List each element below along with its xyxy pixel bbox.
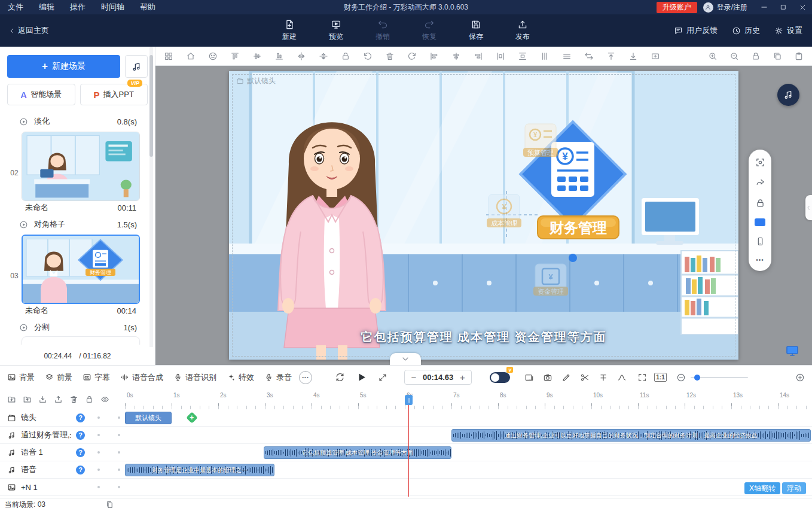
user-avatar-icon[interactable] (703, 2, 713, 13)
help-icon[interactable]: ? (76, 431, 85, 440)
close-button[interactable] (793, 0, 812, 14)
align-bottom-icon[interactable] (274, 51, 284, 61)
scene-thumbnail[interactable] (22, 132, 140, 201)
distribute-h-icon[interactable] (496, 51, 505, 61)
publish-button[interactable]: 发布 (508, 19, 538, 42)
audio-clip[interactable]: 它包括预算管理 成本管理 资金管理等方面 (264, 446, 451, 459)
more-tools-button[interactable]: ••• (299, 371, 312, 384)
float-button[interactable]: 浮动 (782, 482, 806, 494)
lock-icon[interactable] (341, 51, 350, 61)
copy-scene-icon[interactable] (105, 500, 114, 509)
add-scene-marker[interactable]: + (186, 412, 198, 424)
undo-button[interactable]: 撤销 (368, 19, 398, 42)
trash-icon[interactable] (385, 51, 395, 61)
playhead-handle[interactable] (405, 395, 413, 405)
transition-item[interactable]: 对角格子1.5(s) (7, 215, 155, 233)
transition-item[interactable]: 淡化0.8(s) (7, 112, 155, 130)
edit-icon[interactable] (561, 373, 571, 382)
foreground-button[interactable]: 前景 (45, 372, 72, 383)
help-icon[interactable]: ? (76, 448, 85, 457)
align-top-icon[interactable] (230, 51, 240, 61)
record-button[interactable]: 录音 (264, 372, 292, 383)
add-frame-icon[interactable] (524, 373, 534, 382)
smiley-icon[interactable] (208, 51, 218, 61)
help-icon[interactable]: ? (76, 413, 85, 422)
track-lane[interactable]: 财务管理是企业中最基本的管理之一 (123, 461, 812, 478)
subtitle-button[interactable]: 字幕 (83, 372, 110, 383)
scene-music-button[interactable] (777, 84, 799, 106)
flip-x-button[interactable]: X轴翻转 (744, 482, 780, 494)
help-icon[interactable]: ? (76, 466, 85, 474)
scene-item[interactable]: 02未命名00:11 (7, 132, 155, 214)
track-dot[interactable] (118, 486, 120, 488)
redo-button[interactable]: 恢复 (414, 19, 444, 42)
track-lane[interactable]: 通过财务管理,企业可以更好地掌握自己的财务状况，制定合理的财务计划，提高企业的经… (123, 427, 812, 443)
zoom-slider-handle[interactable] (694, 375, 700, 381)
layer-down-icon[interactable] (628, 51, 638, 61)
import-icon[interactable] (38, 395, 47, 404)
play-button[interactable] (356, 372, 367, 383)
color-swatch[interactable] (755, 218, 765, 226)
cut-icon[interactable] (580, 373, 590, 382)
save-button[interactable]: 保存 (461, 19, 491, 42)
maximize-button[interactable] (774, 0, 793, 14)
trash-icon[interactable] (69, 395, 78, 404)
phone-preview-icon[interactable] (755, 236, 765, 247)
track-dot[interactable] (118, 451, 120, 454)
text-style-icon[interactable] (599, 373, 608, 382)
zoom-out-icon[interactable] (729, 51, 739, 61)
grid-icon[interactable] (164, 51, 173, 61)
zoom-in-icon[interactable] (708, 51, 718, 61)
eye-icon[interactable] (100, 395, 109, 404)
space-v-icon[interactable] (562, 51, 572, 61)
track-lane[interactable]: 默认镜头+ (123, 409, 812, 426)
track-dot[interactable] (97, 469, 100, 471)
folder-plus-icon[interactable] (7, 395, 16, 404)
replay-icon[interactable] (335, 372, 345, 382)
menu-item-2[interactable]: 操作 (62, 0, 93, 14)
lock-icon[interactable] (751, 51, 761, 61)
flip-v-icon[interactable] (319, 51, 328, 61)
sidebar-scrollbar[interactable] (149, 47, 153, 361)
settings-button[interactable]: 设置 (774, 25, 802, 36)
home-icon[interactable] (186, 51, 196, 61)
mode-toggle[interactable] (490, 372, 510, 383)
login-register-link[interactable]: 登录/注册 (717, 2, 747, 13)
curve-icon[interactable] (617, 373, 627, 382)
align-right-icon[interactable] (474, 51, 483, 61)
focus-frame-icon[interactable] (755, 157, 765, 168)
track-lane[interactable]: 它包括预算管理 成本管理 资金管理等方面 (123, 444, 812, 461)
space-h-icon[interactable] (540, 51, 550, 61)
feedback-button[interactable]: 用户反馈 (674, 25, 718, 36)
screen-preview-icon[interactable] (785, 343, 799, 358)
zoom-slider[interactable] (691, 377, 748, 378)
folder-up-icon[interactable] (23, 395, 32, 404)
zoom-in-button[interactable] (795, 373, 805, 382)
lock-icon[interactable] (755, 198, 765, 208)
export-icon[interactable] (54, 395, 63, 404)
track-dot[interactable] (97, 434, 100, 436)
lock-icon[interactable] (85, 395, 94, 404)
track-dot[interactable] (118, 469, 120, 471)
transition-item[interactable]: 分割1(s) (7, 318, 155, 336)
smart-scene-button[interactable]: A 智能场景 (7, 84, 75, 105)
scene-music-settings-button[interactable] (125, 55, 148, 78)
audio-clip[interactable]: 财务管理是企业中最基本的管理之一 (125, 464, 274, 476)
paste-icon[interactable] (794, 51, 804, 61)
distribute-v-icon[interactable] (518, 51, 527, 61)
fullscreen-icon[interactable] (378, 373, 387, 382)
track-dot[interactable] (97, 451, 100, 454)
ratio-button[interactable]: 1:1 (654, 373, 666, 382)
zoom-out-button[interactable] (676, 373, 686, 382)
track-lane[interactable] (123, 479, 812, 495)
menu-item-3[interactable]: 时间轴 (93, 0, 132, 14)
new-button[interactable]: 新建 (274, 19, 304, 42)
asr-button[interactable]: 语音识别 (173, 372, 216, 383)
snapshot-icon[interactable] (543, 373, 552, 382)
collapse-panel-handle[interactable] (805, 195, 812, 220)
align-left-icon[interactable] (429, 51, 439, 61)
minimize-button[interactable] (755, 0, 774, 14)
scrollbar-thumb[interactable] (149, 55, 153, 157)
track-dot[interactable] (97, 486, 100, 488)
history-button[interactable]: 历史 (732, 25, 760, 36)
